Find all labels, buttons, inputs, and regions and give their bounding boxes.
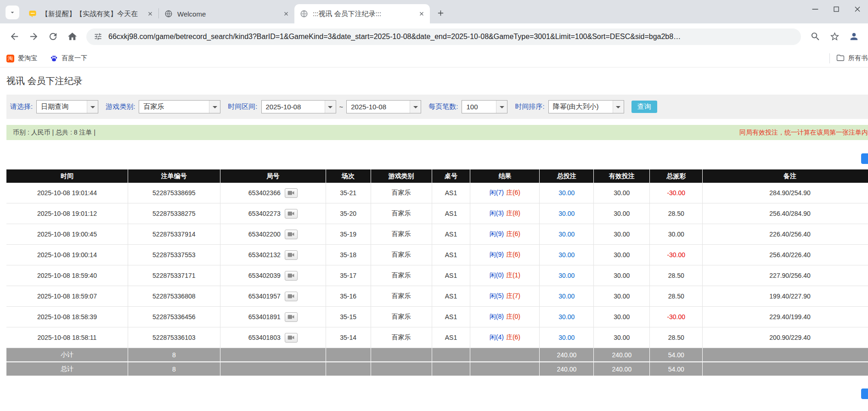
replay-video-button[interactable] bbox=[285, 250, 298, 260]
footer-cell-empty bbox=[703, 362, 868, 376]
magnifier-icon bbox=[810, 31, 821, 42]
table-row: 2025-10-08 19:00:14 522875337553 6534021… bbox=[6, 245, 868, 265]
result-banker: 庄(6) bbox=[506, 230, 520, 238]
tab-search-button[interactable] bbox=[6, 6, 19, 19]
cell-total-bet-link[interactable]: 30.00 bbox=[540, 307, 594, 327]
total-count: 8 bbox=[128, 362, 220, 376]
address-bar[interactable]: 66cxkj98.com/game/betrecord_search/kind3… bbox=[86, 28, 801, 45]
home-button[interactable] bbox=[62, 27, 82, 46]
cell-round: 653402273 bbox=[220, 203, 326, 224]
replay-video-button[interactable] bbox=[285, 271, 298, 281]
close-icon bbox=[853, 5, 862, 14]
bookmark-baidu[interactable]: 百度一下 bbox=[50, 54, 87, 62]
replay-video-button[interactable] bbox=[285, 209, 298, 219]
table-header-row: 时间注单编号局号场次游戏类别桌号结果总投注有效投注总派彩备注 bbox=[6, 169, 868, 183]
cell-total-bet-link[interactable]: 30.00 bbox=[540, 286, 594, 307]
replay-video-button[interactable] bbox=[285, 230, 298, 239]
round-number: 653401803 bbox=[248, 334, 281, 341]
cell-round: 653401957 bbox=[220, 286, 326, 307]
round-number: 653402132 bbox=[248, 251, 281, 259]
browser-tab-active[interactable]: :::视讯 会员下注纪录::: bbox=[294, 4, 430, 23]
tab-close-icon[interactable] bbox=[417, 9, 426, 18]
replay-video-button[interactable] bbox=[285, 292, 298, 301]
page-size-select[interactable]: 100 bbox=[462, 100, 507, 113]
cell-session: 35-16 bbox=[326, 286, 371, 307]
back-button[interactable] bbox=[5, 27, 24, 46]
url-text: 66cxkj98.com/game/betrecord_search/kind3… bbox=[108, 33, 681, 41]
cell-total-bet-link[interactable]: 30.00 bbox=[540, 224, 594, 245]
cell-session: 35-21 bbox=[326, 183, 371, 203]
window-controls bbox=[805, 0, 868, 18]
cell-total-bet-link[interactable]: 30.00 bbox=[540, 203, 594, 224]
floating-side-button-bottom[interactable] bbox=[861, 388, 868, 399]
cell-table-no: AS1 bbox=[432, 265, 471, 286]
cell-session: 35-17 bbox=[326, 265, 371, 286]
all-bookmarks-button[interactable]: 所有书签 bbox=[829, 50, 868, 67]
date-end-select[interactable]: 2025-10-08 bbox=[346, 100, 421, 113]
browser-tab-1[interactable]: 【新提醒】【实战有奖】今天在 bbox=[23, 4, 158, 23]
footer-cell-empty bbox=[220, 348, 326, 361]
footer-cell-empty bbox=[371, 348, 432, 361]
cell-time: 2025-10-08 19:01:44 bbox=[6, 183, 128, 203]
replay-video-button[interactable] bbox=[285, 312, 298, 322]
reload-button[interactable] bbox=[43, 27, 62, 46]
cell-session: 35-19 bbox=[326, 224, 371, 245]
table-row: 2025-10-08 18:59:07 522875336808 6534019… bbox=[6, 286, 868, 307]
reload-icon bbox=[48, 31, 58, 42]
game-type-select[interactable]: 百家乐 bbox=[139, 100, 220, 113]
window-maximize-button[interactable] bbox=[826, 0, 847, 18]
tab-close-icon[interactable] bbox=[146, 9, 155, 18]
replay-video-button[interactable] bbox=[285, 188, 298, 198]
subtotal-payout: 54.00 bbox=[650, 348, 703, 361]
table-row: 2025-10-08 18:58:11 522875336103 6534018… bbox=[6, 327, 868, 348]
cell-time: 2025-10-08 19:01:12 bbox=[6, 203, 128, 224]
video-camera-icon bbox=[287, 211, 294, 216]
date-start-select[interactable]: 2025-10-08 bbox=[261, 100, 336, 113]
result-player: 闲(4) bbox=[490, 333, 504, 342]
browser-tab-2[interactable]: Welcome bbox=[159, 4, 294, 23]
cell-remark: 226.40/256.40 bbox=[703, 224, 868, 245]
zoom-button[interactable] bbox=[806, 27, 825, 46]
cell-valid-bet: 30.00 bbox=[594, 307, 650, 327]
result-player: 闲(5) bbox=[490, 292, 504, 300]
video-camera-icon bbox=[287, 231, 294, 237]
cell-bet-id: 522875336456 bbox=[128, 307, 220, 327]
cell-table-no: AS1 bbox=[432, 245, 471, 265]
cell-result: 闲(9) 庄(6) bbox=[470, 224, 540, 245]
window-close-button[interactable] bbox=[847, 0, 868, 18]
window-minimize-button[interactable] bbox=[805, 0, 826, 18]
table-row: 2025-10-08 19:01:44 522875338695 6534023… bbox=[6, 183, 868, 203]
cell-remark: 284.90/254.90 bbox=[703, 183, 868, 203]
bookmark-star-button[interactable] bbox=[825, 27, 844, 46]
query-mode-select[interactable]: 日期查询 bbox=[36, 100, 98, 113]
sort-select[interactable]: 降幂(由大到小) bbox=[548, 100, 624, 113]
chevron-down-icon bbox=[410, 101, 421, 113]
forward-button[interactable] bbox=[24, 27, 43, 46]
replay-video-button[interactable] bbox=[285, 333, 298, 343]
cell-total-bet-link[interactable]: 30.00 bbox=[540, 245, 594, 265]
result-banker: 庄(1) bbox=[506, 271, 520, 280]
result-banker: 庄(7) bbox=[506, 292, 520, 300]
profile-button[interactable] bbox=[844, 27, 863, 46]
new-tab-button[interactable] bbox=[433, 5, 448, 21]
cell-total-bet-link[interactable]: 30.00 bbox=[540, 265, 594, 286]
search-button[interactable]: 查询 bbox=[631, 101, 657, 113]
cell-table-no: AS1 bbox=[432, 327, 471, 348]
bookmark-aitaobao[interactable]: 淘 爱淘宝 bbox=[6, 54, 37, 62]
bookmark-label: 爱淘宝 bbox=[18, 54, 37, 62]
cell-total-bet-link[interactable]: 30.00 bbox=[540, 183, 594, 203]
footer-cell-empty bbox=[220, 362, 326, 376]
cell-time: 2025-10-08 18:59:07 bbox=[6, 286, 128, 307]
floating-side-button-top[interactable] bbox=[861, 153, 868, 164]
divider bbox=[829, 53, 830, 63]
cell-valid-bet: 30.00 bbox=[594, 224, 650, 245]
round-number: 653402200 bbox=[248, 231, 281, 238]
cell-round: 653402132 bbox=[220, 245, 326, 265]
bookmarks-bar: 淘 爱淘宝 百度一下 所有书签 bbox=[0, 50, 868, 68]
column-header: 桌号 bbox=[432, 169, 471, 183]
cell-game-type: 百家乐 bbox=[371, 327, 432, 348]
cell-total-bet-link[interactable]: 30.00 bbox=[540, 327, 594, 348]
site-settings-icon bbox=[94, 32, 102, 41]
tab-close-icon[interactable] bbox=[282, 9, 291, 18]
cell-bet-id: 522875338275 bbox=[128, 203, 220, 224]
